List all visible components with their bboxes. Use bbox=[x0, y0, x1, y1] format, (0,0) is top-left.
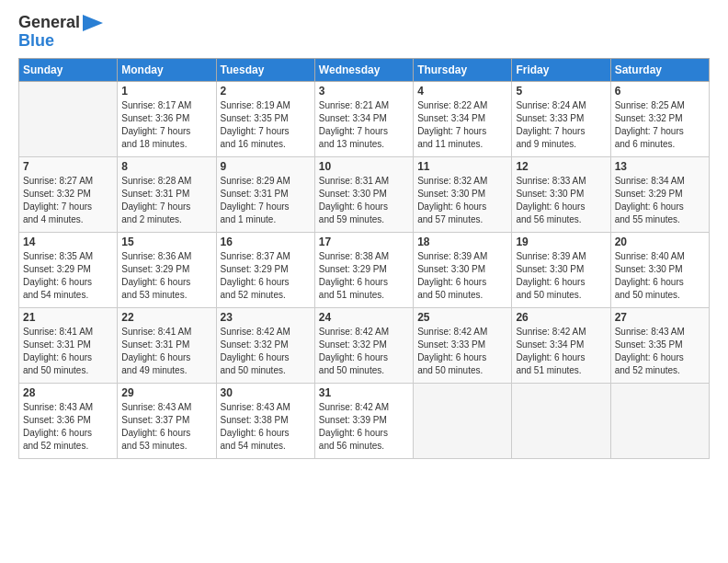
logo-text-general: General bbox=[18, 14, 80, 32]
calendar-cell: 15Sunrise: 8:36 AM Sunset: 3:29 PM Dayli… bbox=[118, 232, 216, 307]
calendar-week-5: 28Sunrise: 8:43 AM Sunset: 3:36 PM Dayli… bbox=[19, 383, 710, 458]
cell-content: Sunrise: 8:25 AM Sunset: 3:32 PM Dayligh… bbox=[615, 99, 705, 151]
cell-content: Sunrise: 8:35 AM Sunset: 3:29 PM Dayligh… bbox=[23, 250, 113, 302]
calendar-cell: 8Sunrise: 8:28 AM Sunset: 3:31 PM Daylig… bbox=[118, 156, 216, 232]
day-number: 26 bbox=[516, 311, 606, 324]
cell-content: Sunrise: 8:32 AM Sunset: 3:30 PM Dayligh… bbox=[417, 175, 507, 226]
calendar-cell: 2Sunrise: 8:19 AM Sunset: 3:35 PM Daylig… bbox=[216, 81, 314, 156]
calendar-cell: 13Sunrise: 8:34 AM Sunset: 3:29 PM Dayli… bbox=[610, 156, 709, 232]
calendar-cell: 6Sunrise: 8:25 AM Sunset: 3:32 PM Daylig… bbox=[610, 81, 709, 156]
weekday-header-monday: Monday bbox=[118, 58, 216, 81]
cell-content: Sunrise: 8:43 AM Sunset: 3:37 PM Dayligh… bbox=[121, 401, 211, 453]
day-number: 28 bbox=[23, 386, 113, 399]
day-number: 19 bbox=[516, 236, 606, 248]
calendar-cell: 22Sunrise: 8:41 AM Sunset: 3:31 PM Dayli… bbox=[118, 307, 216, 383]
calendar-cell: 18Sunrise: 8:39 AM Sunset: 3:30 PM Dayli… bbox=[414, 232, 512, 307]
day-number: 27 bbox=[615, 311, 705, 324]
calendar-cell bbox=[610, 383, 709, 458]
day-number: 8 bbox=[121, 160, 211, 173]
calendar-cell: 26Sunrise: 8:42 AM Sunset: 3:34 PM Dayli… bbox=[512, 307, 610, 383]
calendar-cell: 21Sunrise: 8:41 AM Sunset: 3:31 PM Dayli… bbox=[19, 307, 118, 383]
day-number: 23 bbox=[221, 311, 311, 324]
calendar-cell: 5Sunrise: 8:24 AM Sunset: 3:33 PM Daylig… bbox=[512, 81, 610, 156]
calendar-cell: 9Sunrise: 8:29 AM Sunset: 3:31 PM Daylig… bbox=[216, 156, 314, 232]
weekday-header-thursday: Thursday bbox=[414, 58, 512, 81]
calendar-cell: 11Sunrise: 8:32 AM Sunset: 3:30 PM Dayli… bbox=[414, 156, 512, 232]
cell-content: Sunrise: 8:17 AM Sunset: 3:36 PM Dayligh… bbox=[121, 99, 211, 151]
day-number: 30 bbox=[221, 386, 311, 399]
day-number: 9 bbox=[221, 160, 311, 173]
header: General Blue bbox=[18, 14, 710, 51]
day-number: 20 bbox=[615, 236, 705, 248]
day-number: 14 bbox=[23, 236, 113, 248]
calendar-cell: 29Sunrise: 8:43 AM Sunset: 3:37 PM Dayli… bbox=[118, 383, 216, 458]
day-number: 22 bbox=[121, 311, 211, 324]
weekday-header-tuesday: Tuesday bbox=[216, 58, 314, 81]
cell-content: Sunrise: 8:28 AM Sunset: 3:31 PM Dayligh… bbox=[121, 175, 211, 226]
cell-content: Sunrise: 8:42 AM Sunset: 3:32 PM Dayligh… bbox=[319, 326, 409, 377]
calendar-week-4: 21Sunrise: 8:41 AM Sunset: 3:31 PM Dayli… bbox=[19, 307, 710, 383]
weekday-header-friday: Friday bbox=[512, 58, 610, 81]
day-number: 5 bbox=[516, 85, 606, 98]
cell-content: Sunrise: 8:41 AM Sunset: 3:31 PM Dayligh… bbox=[121, 326, 211, 377]
calendar-cell bbox=[19, 81, 118, 156]
day-number: 21 bbox=[23, 311, 113, 324]
day-number: 16 bbox=[221, 236, 311, 248]
day-number: 3 bbox=[319, 85, 409, 98]
cell-content: Sunrise: 8:39 AM Sunset: 3:30 PM Dayligh… bbox=[417, 250, 507, 302]
weekday-header-sunday: Sunday bbox=[19, 58, 118, 81]
cell-content: Sunrise: 8:22 AM Sunset: 3:34 PM Dayligh… bbox=[417, 99, 507, 151]
day-number: 18 bbox=[417, 236, 507, 248]
weekday-header-wednesday: Wednesday bbox=[314, 58, 413, 81]
calendar-cell: 14Sunrise: 8:35 AM Sunset: 3:29 PM Dayli… bbox=[19, 232, 118, 307]
cell-content: Sunrise: 8:42 AM Sunset: 3:33 PM Dayligh… bbox=[417, 326, 507, 377]
day-number: 29 bbox=[121, 386, 211, 399]
day-number: 25 bbox=[417, 311, 507, 324]
calendar-week-2: 7Sunrise: 8:27 AM Sunset: 3:32 PM Daylig… bbox=[19, 156, 710, 232]
calendar-cell bbox=[414, 383, 512, 458]
cell-content: Sunrise: 8:38 AM Sunset: 3:29 PM Dayligh… bbox=[319, 250, 409, 302]
cell-content: Sunrise: 8:43 AM Sunset: 3:38 PM Dayligh… bbox=[221, 401, 311, 453]
calendar-cell: 20Sunrise: 8:40 AM Sunset: 3:30 PM Dayli… bbox=[610, 232, 709, 307]
cell-content: Sunrise: 8:19 AM Sunset: 3:35 PM Dayligh… bbox=[221, 99, 311, 151]
cell-content: Sunrise: 8:37 AM Sunset: 3:29 PM Dayligh… bbox=[221, 250, 311, 302]
day-number: 11 bbox=[417, 160, 507, 173]
cell-content: Sunrise: 8:34 AM Sunset: 3:29 PM Dayligh… bbox=[615, 175, 705, 226]
cell-content: Sunrise: 8:41 AM Sunset: 3:31 PM Dayligh… bbox=[23, 326, 113, 377]
calendar-week-3: 14Sunrise: 8:35 AM Sunset: 3:29 PM Dayli… bbox=[19, 232, 710, 307]
cell-content: Sunrise: 8:29 AM Sunset: 3:31 PM Dayligh… bbox=[221, 175, 311, 226]
calendar-cell: 31Sunrise: 8:42 AM Sunset: 3:39 PM Dayli… bbox=[314, 383, 413, 458]
calendar-cell: 23Sunrise: 8:42 AM Sunset: 3:32 PM Dayli… bbox=[216, 307, 314, 383]
logo: General Blue bbox=[18, 14, 103, 51]
calendar-cell: 7Sunrise: 8:27 AM Sunset: 3:32 PM Daylig… bbox=[19, 156, 118, 232]
cell-content: Sunrise: 8:24 AM Sunset: 3:33 PM Dayligh… bbox=[516, 99, 606, 151]
cell-content: Sunrise: 8:36 AM Sunset: 3:29 PM Dayligh… bbox=[121, 250, 211, 302]
day-number: 6 bbox=[615, 85, 705, 98]
weekday-header-row: SundayMondayTuesdayWednesdayThursdayFrid… bbox=[19, 58, 710, 81]
calendar-cell: 16Sunrise: 8:37 AM Sunset: 3:29 PM Dayli… bbox=[216, 232, 314, 307]
day-number: 13 bbox=[615, 160, 705, 173]
logo-arrow-icon bbox=[83, 15, 103, 31]
calendar-week-1: 1Sunrise: 8:17 AM Sunset: 3:36 PM Daylig… bbox=[19, 81, 710, 156]
calendar-cell bbox=[512, 383, 610, 458]
day-number: 24 bbox=[319, 311, 409, 324]
cell-content: Sunrise: 8:21 AM Sunset: 3:34 PM Dayligh… bbox=[319, 99, 409, 151]
day-number: 7 bbox=[23, 160, 113, 173]
cell-content: Sunrise: 8:43 AM Sunset: 3:35 PM Dayligh… bbox=[615, 326, 705, 377]
calendar-cell: 3Sunrise: 8:21 AM Sunset: 3:34 PM Daylig… bbox=[314, 81, 413, 156]
cell-content: Sunrise: 8:42 AM Sunset: 3:32 PM Dayligh… bbox=[221, 326, 311, 377]
svg-marker-0 bbox=[83, 15, 103, 31]
day-number: 4 bbox=[417, 85, 507, 98]
calendar-cell: 12Sunrise: 8:33 AM Sunset: 3:30 PM Dayli… bbox=[512, 156, 610, 232]
logo-text-blue: Blue bbox=[18, 32, 54, 51]
day-number: 10 bbox=[319, 160, 409, 173]
calendar-cell: 30Sunrise: 8:43 AM Sunset: 3:38 PM Dayli… bbox=[216, 383, 314, 458]
weekday-header-saturday: Saturday bbox=[610, 58, 709, 81]
cell-content: Sunrise: 8:39 AM Sunset: 3:30 PM Dayligh… bbox=[516, 250, 606, 302]
calendar-cell: 10Sunrise: 8:31 AM Sunset: 3:30 PM Dayli… bbox=[314, 156, 413, 232]
cell-content: Sunrise: 8:40 AM Sunset: 3:30 PM Dayligh… bbox=[615, 250, 705, 302]
calendar-cell: 4Sunrise: 8:22 AM Sunset: 3:34 PM Daylig… bbox=[414, 81, 512, 156]
day-number: 12 bbox=[516, 160, 606, 173]
cell-content: Sunrise: 8:31 AM Sunset: 3:30 PM Dayligh… bbox=[319, 175, 409, 226]
calendar-cell: 27Sunrise: 8:43 AM Sunset: 3:35 PM Dayli… bbox=[610, 307, 709, 383]
